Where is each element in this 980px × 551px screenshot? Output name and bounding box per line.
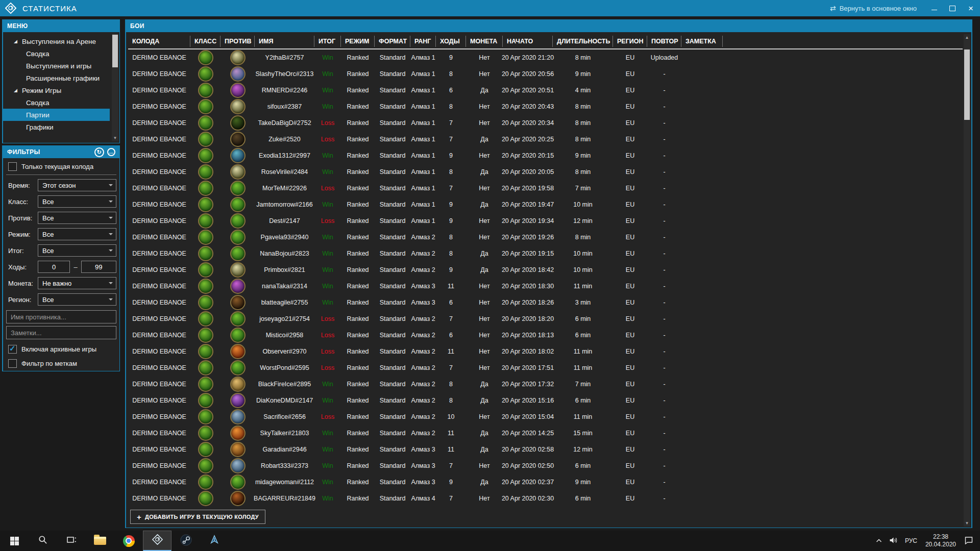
menu-scrollbar-thumb[interactable] [112,35,118,67]
column-header[interactable]: ИМЯ [255,36,314,47]
game-row[interactable]: DERIMO EBANOEWorstPond#2595LossRankedSta… [128,360,963,376]
game-row[interactable]: DERIMO EBANOESlashyTheOrc#2313WinRankedS… [128,66,963,82]
menu-scrollbar[interactable]: ▼ [112,34,118,141]
game-row[interactable]: DERIMO EBANOEDiaKoneDMD#2147WinRankedSta… [128,392,963,409]
column-header[interactable]: РЕЖИМ [341,36,375,47]
game-row[interactable]: DERIMO EBANOEblatteagile#2755WinRankedSt… [128,294,963,311]
column-header[interactable]: ДЛИТЕЛЬНОСТЬ [553,36,613,47]
action-center-button[interactable] [961,531,977,551]
refresh-button[interactable]: ↻ [94,147,104,157]
coin-filter-dropdown[interactable]: Не важно [38,277,116,289]
checkbox-icon[interactable] [8,162,17,171]
column-header[interactable]: ЗАМЕТКА [681,36,723,47]
add-game-button[interactable]: + ДОБАВИТЬ ИГРУ В ТЕКУЩУЮ КОЛОДУ [130,510,265,524]
cell-opponent-class [220,409,255,425]
task-view-button[interactable] [57,531,86,551]
opponent-name-input[interactable] [6,310,116,323]
search-button[interactable] [29,531,57,551]
games-scrollbar-thumb[interactable] [964,49,970,120]
game-row[interactable]: DERIMO EBANOEY2thaB#2757WinRankedStandar… [128,49,963,66]
menu-item[interactable]: ◢Сводка [3,96,110,109]
mode-filter-dropdown[interactable]: Все [38,228,116,240]
menu-item[interactable]: ◢Выступления и игры [3,60,110,72]
game-row[interactable]: DERIMO EBANOEmidagewoman#2112WinRankedSt… [128,474,963,490]
game-row[interactable]: DERIMO EBANOEPgavela93#2940WinRankedStan… [128,229,963,245]
start-button[interactable] [0,531,29,551]
close-button[interactable]: × [962,0,980,16]
region-filter-dropdown[interactable]: Все [38,293,116,306]
column-header[interactable]: ПРОТИВ [220,36,255,47]
chrome-button[interactable] [114,531,143,551]
game-row[interactable]: DERIMO EBANOEExodia1312#2997WinRankedSta… [128,147,963,164]
menu-item[interactable]: ◢Расширенные графики [3,72,110,84]
notes-input[interactable] [6,326,116,339]
file-explorer-button[interactable] [86,531,114,551]
column-header[interactable]: НАЧАТО [503,36,553,47]
checkbox-icon[interactable] [8,359,17,368]
only-current-deck-checkbox[interactable]: Только текущая колода [3,159,119,173]
volume-button[interactable] [886,531,901,551]
menu-item[interactable]: ◢Сводка [3,47,110,60]
return-to-main-window-button[interactable]: ⇄ Вернуть в основное окно [830,4,917,12]
more-options-button[interactable]: … [107,148,115,156]
game-row[interactable]: DERIMO EBANOEsifoux#2387WinRankedStandar… [128,98,963,115]
statistics-app-button[interactable] [143,531,172,551]
game-row[interactable]: DERIMO EBANOEBAGARREUR#21849WinRankedSta… [128,490,963,507]
result-filter-dropdown[interactable]: Все [38,244,116,257]
column-header[interactable]: ПОВТОР [647,36,681,47]
cell-filler [723,115,963,131]
game-row[interactable]: DERIMO EBANOEnanaTaka#2314WinRankedStand… [128,278,963,294]
scroll-down-icon[interactable]: ▼ [964,520,970,527]
menu-item[interactable]: ◢Выступления на Арене [3,35,110,47]
game-row[interactable]: DERIMO EBANOESkyTalker#21803WinRankedSta… [128,425,963,441]
scroll-down-icon[interactable]: ▼ [112,135,118,141]
include-archived-checkbox[interactable]: Включая архивные игры [3,342,119,356]
game-row[interactable]: DERIMO EBANOERMNERD#2246WinRankedStandar… [128,82,963,98]
minimize-button[interactable] [925,0,943,16]
game-row[interactable]: DERIMO EBANOEPrimbox#2821WinRankedStanda… [128,262,963,278]
game-row[interactable]: DERIMO EBANOEMorTeM#22926LossRankedStand… [128,180,963,196]
time-filter-dropdown[interactable]: Этот сезон [38,179,116,191]
game-row[interactable]: DERIMO EBANOEObserver#2970LossRankedStan… [128,343,963,360]
game-row[interactable]: DERIMO EBANOEMistico#2958LossRankedStand… [128,327,963,343]
language-indicator[interactable]: РУС [901,531,921,551]
game-row[interactable]: DERIMO EBANOEZuke#2520LossRankedStandard… [128,131,963,147]
game-row[interactable]: DERIMO EBANOEJamtomorrow#2166WinRankedSt… [128,196,963,213]
column-header[interactable]: КЛАСС [190,36,220,47]
game-row[interactable]: DERIMO EBANOERoseVirile#2484WinRankedSta… [128,164,963,180]
games-scrollbar[interactable]: ▲ ▼ [964,34,970,527]
game-row[interactable]: DERIMO EBANOENanaBojou#2823WinRankedStan… [128,245,963,262]
game-row[interactable]: DERIMO EBANOEDest#2147LossRankedStandard… [128,213,963,229]
column-header[interactable]: ФОРМАТ [375,36,410,47]
maximize-button[interactable] [943,0,962,16]
game-row[interactable]: DERIMO EBANOETakeDaBigD#2752LossRankedSt… [128,115,963,131]
column-header[interactable]: ХОДЫ [436,36,466,47]
class-filter-dropdown[interactable]: Все [38,195,116,208]
cell-deck: DERIMO EBANOE [128,392,190,409]
against-filter-dropdown[interactable]: Все [38,212,116,224]
tray-expand-button[interactable] [872,531,886,551]
turns-to-input[interactable]: 99 [81,261,116,273]
filter-by-tags-checkbox[interactable]: Фильтр по меткам [3,356,119,370]
checkbox-icon[interactable] [8,345,17,354]
column-header[interactable]: ИТОГ [314,36,341,47]
clock[interactable]: 22:38 20.04.2020 [921,531,961,551]
steam-button[interactable] [172,531,200,551]
column-header[interactable]: МОНЕТА [466,36,503,47]
column-header[interactable]: РАНГ [410,36,436,47]
menu-item[interactable]: ◢Партии [3,109,110,121]
game-row[interactable]: DERIMO EBANOERobart333#2373WinRankedStan… [128,458,963,474]
game-row[interactable]: DERIMO EBANOEjoseyago21#2754LossRankedSt… [128,311,963,327]
turns-from-input[interactable]: 0 [38,261,70,273]
scroll-up-icon[interactable]: ▲ [964,34,970,41]
game-row[interactable]: DERIMO EBANOESacrifice#2656LossRankedSta… [128,409,963,425]
menu-item[interactable]: ◢Графики [3,121,110,133]
menu-list: ◢Выступления на Арене◢Сводка◢Выступления… [3,35,110,133]
menu-item[interactable]: ◢Режим Игры [3,84,110,96]
game-row[interactable]: DERIMO EBANOEBlackFireIce#2895WinRankedS… [128,376,963,392]
column-header[interactable]: КОЛОДА [128,36,190,47]
cell-note [681,213,723,229]
deck-tracker-button[interactable] [200,531,229,551]
column-header[interactable]: РЕГИОН [613,36,647,47]
game-row[interactable]: DERIMO EBANOEGaradian#2946WinRankedStand… [128,441,963,458]
